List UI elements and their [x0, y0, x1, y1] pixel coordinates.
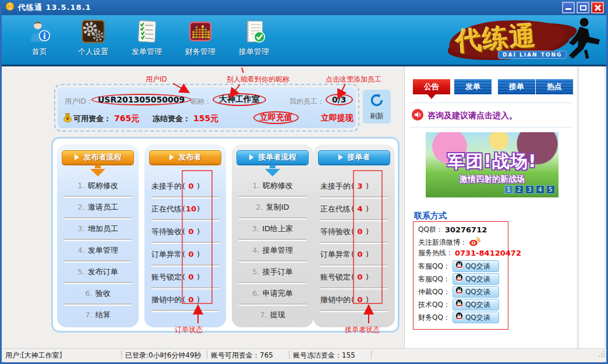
publisher-header: 发布者: [149, 150, 221, 164]
status-row[interactable]: 等待验收(0): [313, 221, 395, 244]
column-taker-status: 接单者 未接手的(3) 正在代练(4) 等待验收(0) 订单异常(0) 账号锁定…: [313, 144, 395, 327]
qq-group-label: QQ群：: [418, 225, 443, 235]
status-row[interactable]: 未接手的(3): [313, 176, 395, 199]
annotation-employee: 点击这里添加员工: [326, 75, 381, 84]
employee-count[interactable]: 0/3: [326, 94, 353, 105]
equalizer-icon: [188, 19, 213, 44]
contact-box: QQ群： 30276712 关注新浪微博： 服务热线： 0731-8412047…: [413, 221, 508, 330]
annotation-taker-status: 接单者状态: [345, 325, 380, 335]
play-icon: [249, 154, 254, 160]
refresh-icon: [369, 93, 384, 110]
speaker-icon: [412, 109, 423, 123]
maximize-button[interactable]: [577, 2, 589, 13]
qq-chat-button[interactable]: QQ交谈: [453, 286, 499, 298]
banner-subtitle: 激情四射的新战场: [426, 174, 558, 185]
notice-link[interactable]: 咨询及建议请点击进入。: [412, 109, 517, 123]
annotation-order-status: 订单状态: [175, 325, 203, 335]
status-row[interactable]: 正在代练(4): [313, 199, 395, 221]
flow-step: 2.邀请员工: [57, 198, 139, 220]
weibo-icon[interactable]: [469, 236, 480, 249]
tab-take-order[interactable]: 接单: [498, 79, 535, 94]
notebook-check-icon: [241, 19, 267, 44]
status-row[interactable]: 正在代练(10): [144, 199, 226, 221]
toolbar: i 首页 个人设置: [2, 15, 606, 66]
tab-post-order[interactable]: 发单: [454, 79, 492, 94]
status-row[interactable]: 未接手的(0): [144, 176, 226, 199]
banner-page[interactable]: 5: [546, 185, 555, 194]
status-user: 用户:[大神工作室]: [5, 351, 62, 361]
banner-title: 军团!战场!: [426, 150, 558, 174]
refresh-button[interactable]: 刷新: [363, 90, 391, 123]
qq-chat-button[interactable]: QQ交谈: [453, 299, 499, 310]
available-funds-value: 765元: [114, 114, 139, 124]
banner-pager: 1 2 3 4 5: [504, 185, 555, 194]
withdraw-link[interactable]: 立即提现: [321, 113, 354, 123]
brand-logo: 代练通 DAI LIAN TONG: [446, 16, 602, 65]
status-row[interactable]: 订单异常(0): [144, 244, 226, 267]
tab-announcement[interactable]: 公告: [413, 79, 450, 94]
column-publisher-status: 发布者 未接手的(0) 正在代练(10) 等待验收(0) 订单异常(0) 账号锁…: [144, 144, 226, 327]
toolbar-finance[interactable]: 财务管理: [178, 19, 223, 63]
main-area: 用户ID 别人能看到你的昵称 点击这里添加员工 订单状态 接单者状态 用户ID：: [2, 66, 606, 348]
column-publisher-flow: 发布者流程 1.昵称修改 2.邀请员工 3.增加员工 4.发单管理 5.发布订单…: [57, 144, 139, 327]
qq-row-label: 客服QQ：: [418, 261, 450, 271]
qq-row-label: 技术QQ：: [418, 300, 450, 310]
taker-flow-header: 接单者流程: [236, 150, 309, 164]
play-icon: [75, 154, 79, 160]
banner-page[interactable]: 4: [536, 185, 545, 194]
annotation-nickname: 别人能看到你的昵称: [227, 75, 289, 84]
ad-banner[interactable]: 军团!战场! 激情四射的新战场 1 2 3 4 5: [426, 132, 558, 197]
qq-penguin-icon: [455, 274, 463, 285]
employee-label: 我的员工：: [289, 97, 324, 107]
flow-step: 6.申请完单: [232, 284, 313, 306]
flow-step: 5.发布订单: [57, 263, 139, 284]
tab-hot[interactable]: 热点: [536, 79, 573, 94]
qq-penguin-icon: [455, 261, 463, 272]
qq-row-label: 仲裁QQ：: [418, 287, 450, 297]
toolbar-take-orders[interactable]: 接单管理: [231, 19, 277, 63]
qq-chat-button[interactable]: QQ交谈: [453, 273, 499, 285]
status-available-funds: 账号可用资金：765: [211, 351, 273, 361]
nickname-label: 昵称：: [190, 97, 211, 107]
status-row[interactable]: 撤销中的(0): [144, 289, 226, 312]
app-icon: [5, 2, 15, 13]
notice-text: 咨询及建议请点击进入。: [427, 111, 517, 121]
banner-page[interactable]: 1: [504, 185, 513, 194]
flow-step: 3.ID给上家: [232, 220, 313, 241]
status-row[interactable]: 撤销中的(0): [313, 289, 395, 312]
toolbar-home[interactable]: i 首页: [17, 19, 62, 63]
qq-chat-button[interactable]: QQ交谈: [453, 312, 499, 323]
refresh-label: 刷新: [370, 111, 384, 121]
status-row[interactable]: 等待验收(0): [144, 221, 226, 244]
banner-page[interactable]: 2: [515, 185, 524, 194]
status-bar: 用户:[大神工作室] 已登录:0小时6分钟49秒 账号可用资金：765 账号冻洁…: [2, 348, 606, 361]
checklist-icon: [134, 19, 160, 44]
toolbar-post-orders[interactable]: 发单管理: [124, 19, 169, 63]
window-title: 代练通 13.5.18.1: [18, 2, 91, 13]
status-row[interactable]: 订单异常(0): [313, 244, 395, 267]
banner-page[interactable]: 3: [525, 185, 534, 194]
user-id-value: USR201305050009: [91, 94, 191, 105]
qq-row-label: 财务QQ：: [418, 313, 450, 323]
toolbar-personal-settings[interactable]: 个人设置: [70, 19, 116, 63]
recharge-link[interactable]: 立即充值: [253, 111, 299, 124]
down-arrow-icon: [57, 165, 139, 176]
flow-step: 7.提现: [232, 306, 313, 327]
kicking-figure-icon: [553, 16, 602, 67]
minimize-button[interactable]: [562, 2, 575, 13]
available-funds-label: 可用资金：: [73, 114, 111, 124]
svg-text:i: i: [43, 31, 46, 41]
close-button[interactable]: [591, 2, 604, 13]
play-icon: [338, 154, 343, 160]
status-frozen-funds: 账号冻洁资金：155: [293, 351, 355, 361]
qq-row-label: 客服QQ：: [418, 274, 450, 284]
status-row[interactable]: 账号锁定(0): [144, 267, 226, 289]
status-row[interactable]: 账号锁定(0): [313, 267, 395, 289]
workflow-panel: 发布者流程 1.昵称修改 2.邀请员工 3.增加员工 4.发单管理 5.发布订单…: [51, 137, 400, 333]
flow-step: 4.接单管理: [232, 241, 313, 263]
resize-grip[interactable]: [598, 351, 605, 359]
qq-penguin-icon: [455, 299, 463, 310]
play-icon: [169, 154, 174, 160]
qq-chat-button[interactable]: QQ交谈: [453, 260, 499, 272]
side-panel-strip: [578, 66, 605, 348]
